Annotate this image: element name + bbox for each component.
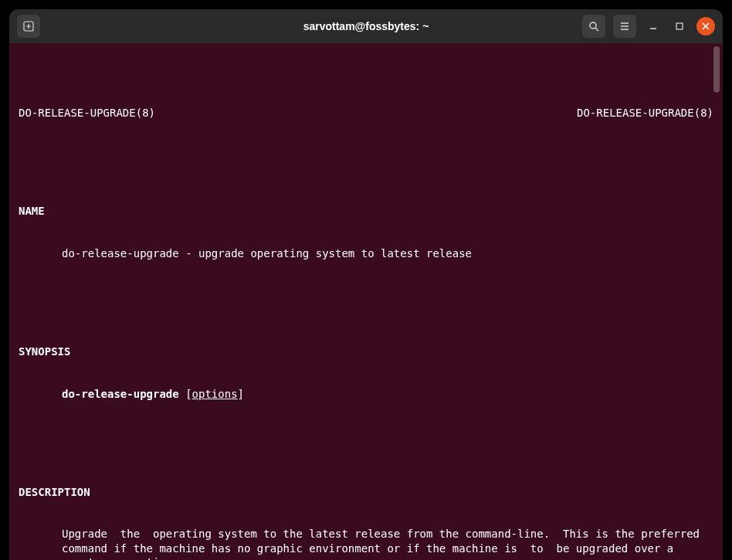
close-icon <box>702 22 710 30</box>
hamburger-icon <box>619 21 630 32</box>
new-tab-button[interactable] <box>17 15 40 38</box>
svg-point-3 <box>590 22 596 29</box>
description-body: Upgrade the operating system to the late… <box>19 527 713 560</box>
minimize-icon <box>649 22 658 31</box>
svg-rect-9 <box>676 23 683 29</box>
name-line: do-release-upgrade - upgrade operating s… <box>19 246 713 260</box>
synopsis-line: do-release-upgrade [options] <box>19 387 713 401</box>
man-header-left: DO-RELEASE-UPGRADE(8) <box>19 106 155 120</box>
search-button[interactable] <box>582 15 605 38</box>
synopsis-options: options <box>192 388 238 400</box>
scrollbar-thumb[interactable] <box>713 46 720 93</box>
search-icon <box>588 21 599 32</box>
synopsis-close: ] <box>238 388 244 400</box>
svg-line-4 <box>595 28 598 31</box>
maximize-icon <box>675 22 684 31</box>
maximize-button[interactable] <box>670 17 689 36</box>
synopsis-open: [ <box>179 388 192 400</box>
terminal-window: sarvottam@fossbytes: ~ DO-RELEASE-UPGRAD… <box>9 9 723 560</box>
close-button[interactable] <box>696 17 715 36</box>
titlebar: sarvottam@fossbytes: ~ <box>9 9 723 43</box>
man-header-right: DO-RELEASE-UPGRADE(8) <box>577 106 713 120</box>
section-description: DESCRIPTION <box>19 485 713 499</box>
section-name: NAME <box>19 204 713 218</box>
menu-button[interactable] <box>613 15 636 38</box>
terminal-content[interactable]: DO-RELEASE-UPGRADE(8) DO-RELEASE-UPGRADE… <box>9 43 723 560</box>
new-tab-icon <box>23 21 34 32</box>
man-header-row: DO-RELEASE-UPGRADE(8) DO-RELEASE-UPGRADE… <box>19 106 713 120</box>
minimize-button[interactable] <box>644 17 663 36</box>
synopsis-cmd: do-release-upgrade <box>62 388 179 400</box>
section-synopsis: SYNOPSIS <box>19 344 713 358</box>
